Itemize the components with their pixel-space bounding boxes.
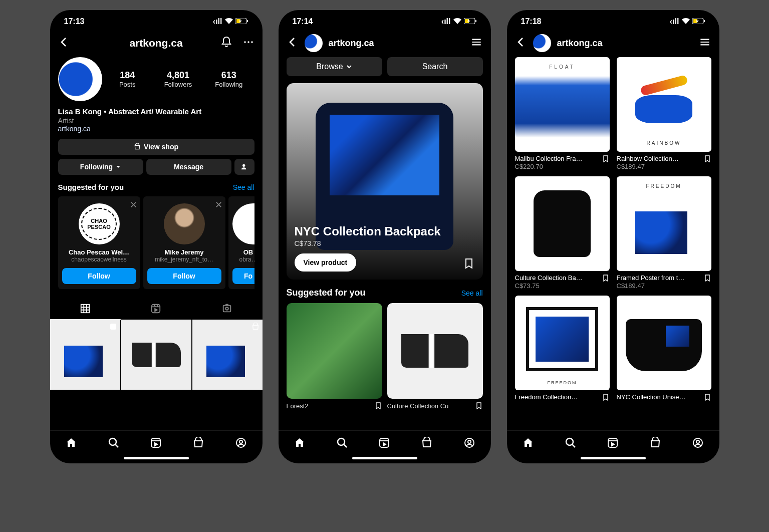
tagged-icon <box>221 303 232 314</box>
svg-point-3 <box>244 41 246 43</box>
bottom-nav <box>507 430 719 455</box>
notifications-icon[interactable] <box>220 36 232 50</box>
followers-stat[interactable]: 4,801Followers <box>153 70 203 88</box>
home-indicator[interactable] <box>124 457 189 459</box>
search-icon[interactable] <box>336 437 348 451</box>
shop-nav-icon[interactable] <box>421 437 433 451</box>
product-card[interactable]: RAINBOW Rainbow Collection… C$189.47 <box>617 57 711 170</box>
bookmark-icon[interactable] <box>602 274 610 282</box>
back-button[interactable] <box>515 36 527 50</box>
page-title: artkong.ca <box>329 38 374 49</box>
svg-point-29 <box>696 440 699 443</box>
following-stat[interactable]: 613Following <box>203 70 254 88</box>
shop-avatar[interactable] <box>305 34 323 52</box>
back-button[interactable] <box>58 36 70 50</box>
shop-nav-icon[interactable] <box>192 437 204 451</box>
svg-rect-20 <box>380 438 389 447</box>
follow-button[interactable]: Follow <box>62 268 136 284</box>
profile-nav-icon[interactable] <box>463 437 475 451</box>
shop-nav-icon[interactable] <box>649 437 661 451</box>
post-thumbnail[interactable] <box>192 320 263 390</box>
home-icon[interactable] <box>294 437 306 451</box>
following-button[interactable]: Following <box>58 159 143 175</box>
reels-nav-icon[interactable] <box>607 437 619 451</box>
close-icon[interactable]: ✕ <box>215 199 222 210</box>
tab-grid[interactable] <box>50 298 121 320</box>
close-icon[interactable]: ✕ <box>130 199 137 210</box>
bookmark-icon[interactable] <box>602 393 610 401</box>
product-card[interactable]: FREEDOM Framed Poster from t… C$189.47 <box>617 176 711 290</box>
more-icon[interactable] <box>242 36 254 50</box>
hero-product[interactable]: NYC Collection Backpack C$73.78 View pro… <box>287 83 483 280</box>
message-button[interactable]: Message <box>146 159 231 175</box>
product-card[interactable]: Culture Collection Ba… C$73.75 <box>515 176 610 290</box>
home-icon[interactable] <box>522 437 534 451</box>
home-indicator[interactable] <box>352 457 417 459</box>
bookmark-icon[interactable] <box>374 402 382 410</box>
shop-detail-screen: 17:14 ‹ıll artkong.ca Browse Search NYC … <box>279 10 491 463</box>
product-image: FREEDOM <box>515 296 610 390</box>
svg-rect-2 <box>247 20 248 22</box>
add-user-button[interactable] <box>234 159 254 175</box>
back-button[interactable] <box>287 36 299 50</box>
home-indicator[interactable] <box>581 457 646 459</box>
search-button[interactable]: Search <box>387 57 483 76</box>
bookmark-icon[interactable] <box>475 402 483 410</box>
menu-icon[interactable] <box>470 36 483 51</box>
bookmark-icon[interactable] <box>463 257 475 272</box>
svg-point-4 <box>247 41 249 43</box>
follow-button[interactable]: Fo <box>232 268 254 284</box>
post-grid <box>50 320 263 390</box>
suggestion-card[interactable]: ✕ Chao Pescao Wel… chaopescaowellness Fo… <box>58 196 140 289</box>
svg-rect-7 <box>81 305 90 313</box>
bookmark-icon[interactable] <box>703 155 711 163</box>
product-grid[interactable]: FLOAT Malibu Collection Fra… C$220.70 RA… <box>515 57 711 401</box>
suggested-title: Suggested for you <box>287 288 366 298</box>
view-shop-button[interactable]: View shop <box>58 139 254 155</box>
post-thumbnail[interactable] <box>50 320 120 390</box>
status-bar: 17:14 ‹ıll <box>279 10 491 29</box>
shop-avatar[interactable] <box>533 34 551 52</box>
follow-button[interactable]: Follow <box>147 268 221 284</box>
home-icon[interactable] <box>65 437 77 451</box>
bookmark-icon[interactable] <box>703 393 711 401</box>
suggestion-card[interactable]: ✕ Mike Jeremy mike_jeremy_nft_to… Follow <box>143 196 225 289</box>
see-all-link[interactable]: See all <box>461 289 483 297</box>
reels-nav-icon[interactable] <box>150 437 162 451</box>
suggested-title: Suggested for you <box>58 183 124 191</box>
bookmark-icon[interactable] <box>703 274 711 282</box>
shop-header: artkong.ca <box>279 29 491 57</box>
reels-nav-icon[interactable] <box>378 437 390 451</box>
view-product-button[interactable]: View product <box>295 253 357 272</box>
suggestion-card[interactable]: OB obra… Fo <box>228 196 254 289</box>
browse-button[interactable]: Browse <box>287 57 382 76</box>
posts-stat[interactable]: 184Posts <box>102 70 153 88</box>
bookmark-icon[interactable] <box>602 155 610 163</box>
tab-tagged[interactable] <box>191 298 262 320</box>
status-icons: ‹ıll <box>670 17 705 26</box>
reels-icon <box>150 303 161 314</box>
tab-reels[interactable] <box>121 298 191 320</box>
wifi-icon <box>453 17 461 26</box>
svg-point-22 <box>468 440 471 443</box>
bio-link[interactable]: artkong.ca <box>58 125 254 133</box>
search-icon[interactable] <box>565 437 577 451</box>
product-card[interactable]: FREEDOM Freedom Collection… <box>515 296 610 401</box>
product-card[interactable]: Forest2 <box>287 303 382 410</box>
profile-nav-icon[interactable] <box>235 437 247 451</box>
menu-icon[interactable] <box>698 36 711 51</box>
product-image <box>617 296 711 390</box>
product-card[interactable]: FLOAT Malibu Collection Fra… C$220.70 <box>515 57 610 170</box>
product-card[interactable]: NYC Collection Unise… <box>617 296 711 401</box>
battery-icon <box>235 17 248 26</box>
svg-rect-11 <box>110 324 116 330</box>
suggestion-list[interactable]: ✕ Chao Pescao Wel… chaopescaowellness Fo… <box>58 196 254 289</box>
bio-category: Artist <box>58 117 254 125</box>
product-card[interactable]: Culture Collection Cu <box>387 303 483 410</box>
profile-avatar[interactable] <box>58 57 102 101</box>
see-all-link[interactable]: See all <box>233 183 254 191</box>
bottom-nav <box>50 430 263 455</box>
search-icon[interactable] <box>108 437 120 451</box>
post-thumbnail[interactable] <box>121 320 191 390</box>
profile-nav-icon[interactable] <box>692 437 704 451</box>
